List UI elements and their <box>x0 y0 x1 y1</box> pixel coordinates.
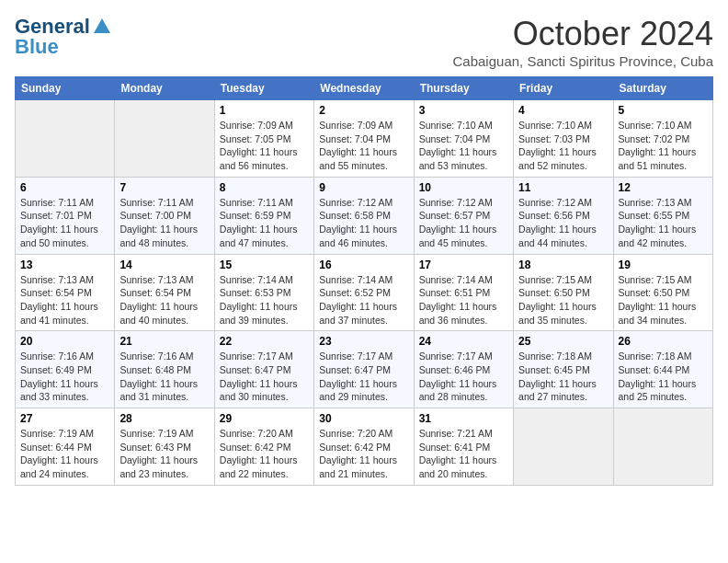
day-info: Sunrise: 7:10 AMSunset: 7:04 PMDaylight:… <box>419 119 508 173</box>
calendar-cell: 1Sunrise: 7:09 AMSunset: 7:05 PMDaylight… <box>214 100 313 178</box>
day-number: 14 <box>119 259 209 271</box>
day-number: 7 <box>119 181 209 194</box>
col-header-monday: Monday <box>115 77 214 100</box>
day-info: Sunrise: 7:12 AMSunset: 6:57 PMDaylight:… <box>419 196 508 250</box>
day-number: 6 <box>20 181 109 194</box>
calendar-cell: 21Sunrise: 7:16 AMSunset: 6:48 PMDayligh… <box>115 331 214 408</box>
day-number: 11 <box>518 181 608 194</box>
calendar-cell: 4Sunrise: 7:10 AMSunset: 7:03 PMDaylight… <box>514 100 613 178</box>
calendar-cell: 3Sunrise: 7:10 AMSunset: 7:04 PMDaylight… <box>414 100 513 178</box>
svg-marker-0 <box>94 18 110 33</box>
calendar-header-row: SundayMondayTuesdayWednesdayThursdayFrid… <box>16 77 713 100</box>
day-number: 12 <box>619 181 708 194</box>
day-info: Sunrise: 7:19 AMSunset: 6:43 PMDaylight:… <box>119 427 209 481</box>
day-info: Sunrise: 7:18 AMSunset: 6:45 PMDaylight:… <box>518 350 608 404</box>
calendar-week-5: 27Sunrise: 7:19 AMSunset: 6:44 PMDayligh… <box>16 408 713 486</box>
calendar-cell: 31Sunrise: 7:21 AMSunset: 6:41 PMDayligh… <box>414 408 513 486</box>
month-title: October 2024 <box>453 15 714 53</box>
calendar-cell: 7Sunrise: 7:11 AMSunset: 7:00 PMDaylight… <box>115 177 214 254</box>
day-number: 24 <box>419 335 508 348</box>
day-info: Sunrise: 7:19 AMSunset: 6:44 PMDaylight:… <box>20 427 109 481</box>
logo-icon <box>92 17 112 37</box>
day-info: Sunrise: 7:11 AMSunset: 6:59 PMDaylight:… <box>220 196 309 250</box>
day-number: 13 <box>20 259 109 271</box>
calendar-cell: 14Sunrise: 7:13 AMSunset: 6:54 PMDayligh… <box>115 254 214 331</box>
calendar-cell <box>613 408 712 486</box>
col-header-sunday: Sunday <box>16 77 115 100</box>
calendar-cell: 12Sunrise: 7:13 AMSunset: 6:55 PMDayligh… <box>613 177 712 254</box>
calendar-cell: 26Sunrise: 7:18 AMSunset: 6:44 PMDayligh… <box>613 331 712 408</box>
calendar-week-4: 20Sunrise: 7:16 AMSunset: 6:49 PMDayligh… <box>16 331 713 408</box>
day-info: Sunrise: 7:11 AMSunset: 7:00 PMDaylight:… <box>119 196 209 250</box>
calendar-cell: 19Sunrise: 7:15 AMSunset: 6:50 PMDayligh… <box>613 254 712 331</box>
day-number: 19 <box>619 259 708 271</box>
calendar-cell: 17Sunrise: 7:14 AMSunset: 6:51 PMDayligh… <box>414 254 513 331</box>
day-info: Sunrise: 7:20 AMSunset: 6:42 PMDaylight:… <box>220 427 309 481</box>
calendar-table: SundayMondayTuesdayWednesdayThursdayFrid… <box>15 76 713 486</box>
day-number: 30 <box>319 412 408 425</box>
col-header-tuesday: Tuesday <box>214 77 313 100</box>
day-number: 17 <box>419 259 508 271</box>
day-number: 26 <box>619 335 708 348</box>
calendar-cell: 27Sunrise: 7:19 AMSunset: 6:44 PMDayligh… <box>16 408 115 486</box>
day-info: Sunrise: 7:10 AMSunset: 7:02 PMDaylight:… <box>619 119 708 173</box>
day-info: Sunrise: 7:17 AMSunset: 6:47 PMDaylight:… <box>319 350 408 404</box>
calendar-cell: 29Sunrise: 7:20 AMSunset: 6:42 PMDayligh… <box>214 408 313 486</box>
day-info: Sunrise: 7:21 AMSunset: 6:41 PMDaylight:… <box>419 427 508 481</box>
day-info: Sunrise: 7:14 AMSunset: 6:51 PMDaylight:… <box>419 273 508 327</box>
day-info: Sunrise: 7:13 AMSunset: 6:55 PMDaylight:… <box>619 196 708 250</box>
day-info: Sunrise: 7:14 AMSunset: 6:52 PMDaylight:… <box>319 273 408 327</box>
calendar-cell: 22Sunrise: 7:17 AMSunset: 6:47 PMDayligh… <box>214 331 313 408</box>
day-number: 10 <box>419 181 508 194</box>
day-number: 5 <box>619 104 708 117</box>
location: Cabaiguan, Sancti Spiritus Province, Cub… <box>453 53 714 69</box>
day-info: Sunrise: 7:10 AMSunset: 7:03 PMDaylight:… <box>518 119 608 173</box>
day-info: Sunrise: 7:20 AMSunset: 6:42 PMDaylight:… <box>319 427 408 481</box>
day-number: 8 <box>220 181 309 194</box>
day-number: 3 <box>419 104 508 117</box>
calendar-cell: 9Sunrise: 7:12 AMSunset: 6:58 PMDaylight… <box>314 177 414 254</box>
calendar-cell: 11Sunrise: 7:12 AMSunset: 6:56 PMDayligh… <box>514 177 613 254</box>
day-info: Sunrise: 7:15 AMSunset: 6:50 PMDaylight:… <box>518 273 608 327</box>
col-header-friday: Friday <box>514 77 613 100</box>
day-number: 21 <box>119 335 209 348</box>
calendar-cell: 16Sunrise: 7:14 AMSunset: 6:52 PMDayligh… <box>314 254 414 331</box>
col-header-saturday: Saturday <box>613 77 712 100</box>
day-number: 29 <box>220 412 309 425</box>
day-info: Sunrise: 7:17 AMSunset: 6:46 PMDaylight:… <box>419 350 508 404</box>
calendar-cell: 6Sunrise: 7:11 AMSunset: 7:01 PMDaylight… <box>16 177 115 254</box>
day-info: Sunrise: 7:09 AMSunset: 7:04 PMDaylight:… <box>319 119 408 173</box>
calendar-cell: 30Sunrise: 7:20 AMSunset: 6:42 PMDayligh… <box>314 408 414 486</box>
day-number: 18 <box>518 259 608 271</box>
logo: General Blue <box>15 15 112 59</box>
title-block: October 2024 Cabaiguan, Sancti Spiritus … <box>453 15 714 69</box>
day-number: 2 <box>319 104 408 117</box>
calendar-cell: 10Sunrise: 7:12 AMSunset: 6:57 PMDayligh… <box>414 177 513 254</box>
day-info: Sunrise: 7:18 AMSunset: 6:44 PMDaylight:… <box>619 350 708 404</box>
day-info: Sunrise: 7:12 AMSunset: 6:58 PMDaylight:… <box>319 196 408 250</box>
day-number: 1 <box>220 104 309 117</box>
logo-blue: Blue <box>15 35 59 59</box>
page-header: General Blue October 2024 Cabaiguan, San… <box>15 15 713 69</box>
calendar-week-2: 6Sunrise: 7:11 AMSunset: 7:01 PMDaylight… <box>16 177 713 254</box>
calendar-cell: 23Sunrise: 7:17 AMSunset: 6:47 PMDayligh… <box>314 331 414 408</box>
day-number: 22 <box>220 335 309 348</box>
day-number: 25 <box>518 335 608 348</box>
day-info: Sunrise: 7:16 AMSunset: 6:48 PMDaylight:… <box>119 350 209 404</box>
day-number: 28 <box>119 412 209 425</box>
col-header-thursday: Thursday <box>414 77 513 100</box>
calendar-cell: 2Sunrise: 7:09 AMSunset: 7:04 PMDaylight… <box>314 100 414 178</box>
day-number: 16 <box>319 259 408 271</box>
day-info: Sunrise: 7:15 AMSunset: 6:50 PMDaylight:… <box>619 273 708 327</box>
calendar-cell <box>115 100 214 178</box>
day-number: 15 <box>220 259 309 271</box>
day-info: Sunrise: 7:17 AMSunset: 6:47 PMDaylight:… <box>220 350 309 404</box>
calendar-cell <box>514 408 613 486</box>
calendar-cell: 18Sunrise: 7:15 AMSunset: 6:50 PMDayligh… <box>514 254 613 331</box>
col-header-wednesday: Wednesday <box>314 77 414 100</box>
day-info: Sunrise: 7:11 AMSunset: 7:01 PMDaylight:… <box>20 196 109 250</box>
day-info: Sunrise: 7:13 AMSunset: 6:54 PMDaylight:… <box>119 273 209 327</box>
calendar-cell: 15Sunrise: 7:14 AMSunset: 6:53 PMDayligh… <box>214 254 313 331</box>
day-number: 9 <box>319 181 408 194</box>
day-number: 31 <box>419 412 508 425</box>
